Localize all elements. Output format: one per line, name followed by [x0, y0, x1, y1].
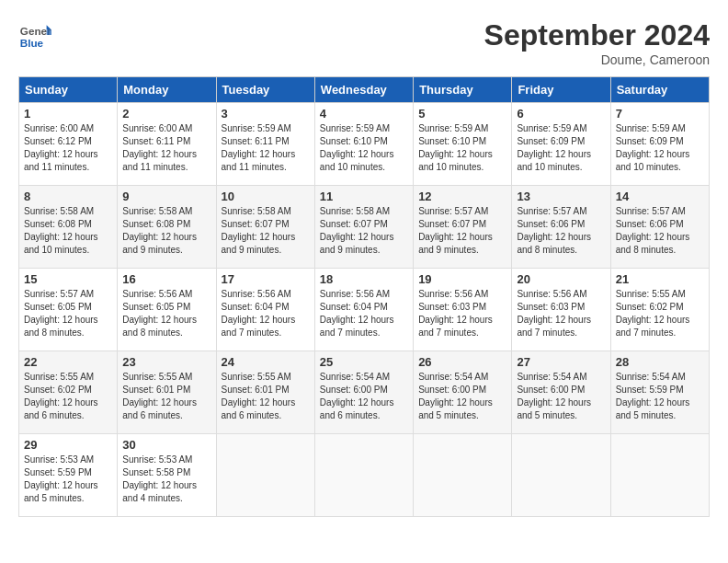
week-row-5: 29 Sunrise: 5:53 AM Sunset: 5:59 PM Dayl… — [19, 434, 710, 517]
day-number: 13 — [517, 190, 605, 203]
day-number: 5 — [418, 107, 506, 121]
calendar-cell: 15 Sunrise: 5:57 AM Sunset: 6:05 PM Dayl… — [19, 269, 118, 351]
week-row-4: 22 Sunrise: 5:55 AM Sunset: 6:02 PM Dayl… — [19, 351, 710, 434]
day-header-sunday: Sunday — [19, 77, 118, 103]
day-number: 20 — [517, 272, 605, 286]
day-info: Sunrise: 5:59 AM Sunset: 6:10 PM Dayligh… — [320, 122, 408, 174]
day-info: Sunrise: 5:59 AM Sunset: 6:11 PM Dayligh… — [222, 122, 310, 174]
title-area: September 2024 Doume, Cameroon — [484, 18, 710, 67]
calendar-cell: 21 Sunrise: 5:55 AM Sunset: 6:02 PM Dayl… — [610, 269, 709, 351]
day-info: Sunrise: 5:54 AM Sunset: 6:00 PM Dayligh… — [517, 371, 605, 422]
calendar-cell: 30 Sunrise: 5:53 AM Sunset: 5:58 PM Dayl… — [118, 434, 216, 517]
day-info: Sunrise: 5:57 AM Sunset: 6:07 PM Dayligh… — [418, 205, 506, 257]
svg-marker-3 — [47, 30, 51, 35]
calendar-cell: 4 Sunrise: 5:59 AM Sunset: 6:10 PM Dayli… — [314, 103, 413, 186]
calendar-cell: 1 Sunrise: 6:00 AM Sunset: 6:12 PM Dayli… — [19, 103, 118, 186]
day-info: Sunrise: 5:54 AM Sunset: 6:00 PM Dayligh… — [418, 371, 506, 422]
calendar-cell: 5 Sunrise: 5:59 AM Sunset: 6:10 PM Dayli… — [414, 103, 512, 186]
calendar-cell: 16 Sunrise: 5:56 AM Sunset: 6:05 PM Dayl… — [118, 269, 216, 351]
calendar-cell: 3 Sunrise: 5:59 AM Sunset: 6:11 PM Dayli… — [216, 103, 314, 186]
day-number: 30 — [122, 438, 210, 452]
week-row-3: 15 Sunrise: 5:57 AM Sunset: 6:05 PM Dayl… — [19, 269, 710, 351]
calendar-cell — [610, 434, 709, 517]
day-number: 10 — [222, 190, 310, 203]
calendar-cell: 18 Sunrise: 5:56 AM Sunset: 6:04 PM Dayl… — [314, 269, 413, 351]
day-header-friday: Friday — [512, 77, 610, 103]
calendar-cell: 29 Sunrise: 5:53 AM Sunset: 5:59 PM Dayl… — [19, 434, 118, 517]
day-info: Sunrise: 5:54 AM Sunset: 6:00 PM Dayligh… — [320, 371, 408, 422]
day-info: Sunrise: 5:59 AM Sunset: 6:09 PM Dayligh… — [517, 122, 605, 174]
day-number: 28 — [616, 355, 704, 369]
day-header-saturday: Saturday — [610, 77, 709, 103]
day-number: 22 — [24, 355, 112, 369]
calendar-cell: 14 Sunrise: 5:57 AM Sunset: 6:06 PM Dayl… — [610, 186, 709, 269]
day-number: 7 — [616, 107, 704, 121]
day-info: Sunrise: 5:55 AM Sunset: 6:02 PM Dayligh… — [24, 371, 112, 422]
day-number: 27 — [517, 355, 605, 369]
calendar-cell: 19 Sunrise: 5:56 AM Sunset: 6:03 PM Dayl… — [414, 269, 512, 351]
week-row-1: 1 Sunrise: 6:00 AM Sunset: 6:12 PM Dayli… — [19, 103, 710, 186]
day-number: 16 — [122, 272, 210, 286]
calendar-cell: 24 Sunrise: 5:55 AM Sunset: 6:01 PM Dayl… — [216, 351, 314, 434]
day-number: 23 — [122, 355, 210, 369]
calendar-cell — [216, 434, 314, 517]
month-title: September 2024 — [484, 18, 710, 52]
calendar-cell — [414, 434, 512, 517]
calendar-cell — [512, 434, 610, 517]
calendar-cell: 2 Sunrise: 6:00 AM Sunset: 6:11 PM Dayli… — [118, 103, 216, 186]
day-info: Sunrise: 5:58 AM Sunset: 6:07 PM Dayligh… — [320, 205, 408, 257]
day-info: Sunrise: 5:55 AM Sunset: 6:01 PM Dayligh… — [122, 371, 210, 422]
calendar-cell — [314, 434, 413, 517]
calendar-cell: 26 Sunrise: 5:54 AM Sunset: 6:00 PM Dayl… — [414, 351, 512, 434]
day-number: 15 — [24, 272, 112, 286]
day-number: 8 — [24, 190, 112, 203]
calendar-cell: 28 Sunrise: 5:54 AM Sunset: 5:59 PM Dayl… — [610, 351, 709, 434]
day-info: Sunrise: 5:54 AM Sunset: 5:59 PM Dayligh… — [616, 371, 704, 422]
day-number: 11 — [320, 190, 408, 203]
day-info: Sunrise: 5:56 AM Sunset: 6:04 PM Dayligh… — [320, 288, 408, 339]
day-info: Sunrise: 5:58 AM Sunset: 6:07 PM Dayligh… — [222, 205, 310, 257]
calendar-cell: 9 Sunrise: 5:58 AM Sunset: 6:08 PM Dayli… — [118, 186, 216, 269]
day-info: Sunrise: 5:56 AM Sunset: 6:04 PM Dayligh… — [222, 288, 310, 339]
calendar-cell: 25 Sunrise: 5:54 AM Sunset: 6:00 PM Dayl… — [314, 351, 413, 434]
calendar-table: SundayMondayTuesdayWednesdayThursdayFrid… — [18, 76, 710, 517]
day-info: Sunrise: 5:59 AM Sunset: 6:10 PM Dayligh… — [418, 122, 506, 174]
day-info: Sunrise: 5:58 AM Sunset: 6:08 PM Dayligh… — [24, 205, 112, 257]
location: Doume, Cameroon — [484, 52, 710, 67]
day-number: 2 — [122, 107, 210, 121]
day-info: Sunrise: 5:55 AM Sunset: 6:02 PM Dayligh… — [616, 288, 704, 339]
day-number: 25 — [320, 355, 408, 369]
page-header: General Blue September 2024 Doume, Camer… — [18, 18, 710, 67]
day-number: 18 — [320, 272, 408, 286]
day-info: Sunrise: 5:57 AM Sunset: 6:06 PM Dayligh… — [517, 205, 605, 257]
day-number: 19 — [418, 272, 506, 286]
day-number: 4 — [320, 107, 408, 121]
day-number: 14 — [616, 190, 704, 203]
week-row-2: 8 Sunrise: 5:58 AM Sunset: 6:08 PM Dayli… — [19, 186, 710, 269]
day-number: 29 — [24, 438, 112, 452]
logo: General Blue — [18, 18, 55, 52]
day-info: Sunrise: 5:57 AM Sunset: 6:06 PM Dayligh… — [616, 205, 704, 257]
day-info: Sunrise: 5:56 AM Sunset: 6:05 PM Dayligh… — [122, 288, 210, 339]
day-number: 24 — [222, 355, 310, 369]
day-info: Sunrise: 5:56 AM Sunset: 6:03 PM Dayligh… — [418, 288, 506, 339]
calendar-cell: 17 Sunrise: 5:56 AM Sunset: 6:04 PM Dayl… — [216, 269, 314, 351]
day-header-wednesday: Wednesday — [314, 77, 413, 103]
calendar-cell: 7 Sunrise: 5:59 AM Sunset: 6:09 PM Dayli… — [610, 103, 709, 186]
svg-text:Blue: Blue — [20, 37, 44, 49]
day-number: 26 — [418, 355, 506, 369]
day-info: Sunrise: 5:55 AM Sunset: 6:01 PM Dayligh… — [222, 371, 310, 422]
day-number: 9 — [122, 190, 210, 203]
day-info: Sunrise: 6:00 AM Sunset: 6:12 PM Dayligh… — [24, 122, 112, 174]
calendar-cell: 22 Sunrise: 5:55 AM Sunset: 6:02 PM Dayl… — [19, 351, 118, 434]
day-info: Sunrise: 5:59 AM Sunset: 6:09 PM Dayligh… — [616, 122, 704, 174]
day-info: Sunrise: 5:56 AM Sunset: 6:03 PM Dayligh… — [517, 288, 605, 339]
calendar-cell: 12 Sunrise: 5:57 AM Sunset: 6:07 PM Dayl… — [414, 186, 512, 269]
calendar-cell: 27 Sunrise: 5:54 AM Sunset: 6:00 PM Dayl… — [512, 351, 610, 434]
day-info: Sunrise: 5:57 AM Sunset: 6:05 PM Dayligh… — [24, 288, 112, 339]
day-number: 21 — [616, 272, 704, 286]
calendar-cell: 23 Sunrise: 5:55 AM Sunset: 6:01 PM Dayl… — [118, 351, 216, 434]
day-number: 1 — [24, 107, 112, 121]
day-info: Sunrise: 5:53 AM Sunset: 5:58 PM Dayligh… — [122, 454, 210, 505]
day-info: Sunrise: 5:58 AM Sunset: 6:08 PM Dayligh… — [122, 205, 210, 257]
